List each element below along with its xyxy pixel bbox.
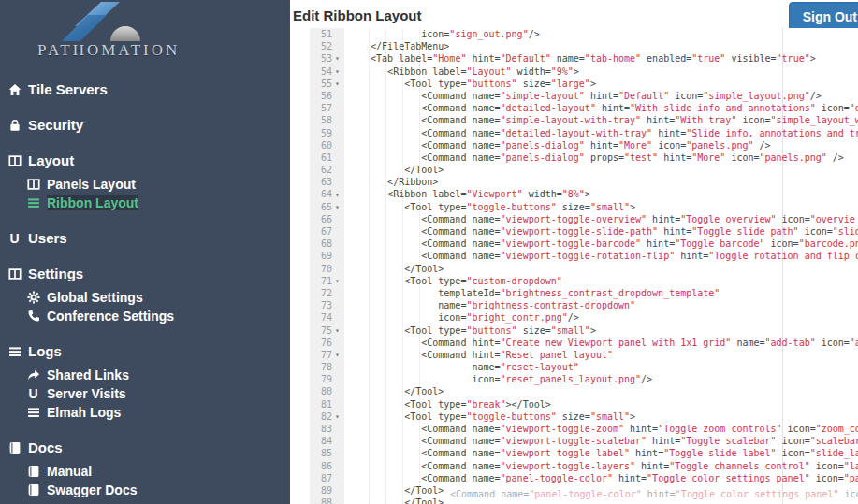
sidebar-item-manual[interactable]: Manual <box>26 464 283 479</box>
line-number-gutter[interactable]: 72 <box>310 287 344 299</box>
sidebar-item-swagger-docs[interactable]: Swagger Docs <box>26 482 283 497</box>
fold-arrow-icon[interactable]: ▾ <box>335 201 344 213</box>
code-line[interactable]: 56 <Command name="simple-layout" hint="D… <box>310 90 858 102</box>
sidebar-item-shared-links[interactable]: Shared Links <box>26 367 283 382</box>
line-number-gutter[interactable]: 56 <box>310 90 344 102</box>
code-line[interactable]: 79 icon="reset_panels_layout.png"/> <box>310 373 858 385</box>
code-line[interactable]: 57 <Command name="detailed-layout" hint=… <box>310 102 858 114</box>
sidebar-item-panels-layout[interactable]: Panels Layout <box>26 177 283 192</box>
code-line[interactable]: 51 icon="sign_out.png"/> <box>310 28 858 40</box>
line-number-gutter[interactable]: 80 <box>310 385 344 397</box>
sidebar-item-global-settings[interactable]: Global Settings <box>26 290 283 305</box>
line-number-gutter[interactable]: 74 <box>310 311 344 324</box>
line-number-gutter[interactable]: 84 <box>310 435 344 447</box>
code-line[interactable]: 61 <Command name="panels-dialog" props="… <box>310 151 858 164</box>
fold-arrow-icon[interactable]: ▾ <box>335 349 344 361</box>
fold-arrow-icon[interactable]: ▾ <box>335 65 344 78</box>
code-line[interactable]: 74 icon="bright_contr.png"/> <box>310 311 858 324</box>
fold-arrow-icon[interactable]: ▾ <box>335 78 344 90</box>
sidebar-item-ribbon-layout[interactable]: Ribbon Layout <box>26 195 283 210</box>
code-line[interactable]: 60 <Command name="panels-dialog" hint="M… <box>310 139 858 151</box>
line-number-gutter[interactable]: 89 <box>310 484 344 497</box>
line-number-gutter[interactable]: 58 <box>310 114 344 126</box>
code-line[interactable]: 89 </Tool><Command name="panel-toggle-co… <box>310 484 858 497</box>
sidebar-item-layout[interactable]: Layout <box>7 152 283 168</box>
fold-arrow-icon[interactable]: ▾ <box>335 275 344 287</box>
line-number-gutter[interactable]: 87 <box>310 472 344 484</box>
code-line[interactable]: 75▾ <Tool type="buttons" size="small"> <box>310 324 858 337</box>
sidebar-item-settings[interactable]: Settings <box>7 266 283 281</box>
code-line[interactable]: 86 <Command name="viewport-toggle-layers… <box>310 460 858 472</box>
line-number-gutter[interactable]: 65▾ <box>310 201 344 213</box>
code-line[interactable]: 55▾ <Tool type="buttons" size="large"> <box>310 78 858 90</box>
code-line[interactable]: 72 templateId="brightness_contrast_dropd… <box>310 287 858 299</box>
line-number-gutter[interactable]: 64▾ <box>310 188 344 200</box>
code-line[interactable]: 66 <Command name="viewport-toggle-overvi… <box>310 213 858 225</box>
line-number-gutter[interactable]: 75▾ <box>310 324 344 337</box>
code-line[interactable]: 70 </Tool> <box>310 263 858 275</box>
sign-out-button[interactable]: Sign Out <box>789 2 858 31</box>
line-number-gutter[interactable]: 67 <box>310 225 344 238</box>
code-line[interactable]: 54▾ <Ribbon label="Layout" width="9%"> <box>310 65 858 78</box>
line-number-gutter[interactable]: 71▾ <box>310 275 344 287</box>
code-line[interactable]: 64▾ <Ribbon label="Viewport" width="8%"> <box>310 188 858 200</box>
line-number-gutter[interactable]: 76 <box>310 337 344 349</box>
line-number-gutter[interactable]: 52 <box>310 40 344 52</box>
line-number-gutter[interactable]: 78 <box>310 361 344 373</box>
line-number-gutter[interactable]: 83 <box>310 423 344 435</box>
sidebar-item-docs[interactable]: Docs <box>7 439 283 455</box>
code-line[interactable]: 87 <Command name="panel-toggle-color" hi… <box>310 472 858 484</box>
line-number-gutter[interactable]: 59 <box>310 127 344 139</box>
sidebar-item-security[interactable]: Security <box>7 117 283 133</box>
code-line[interactable]: 84 <Command name="viewport-toggle-scaleb… <box>310 435 858 447</box>
line-number-gutter[interactable]: 68 <box>310 238 344 250</box>
code-line[interactable]: 76 <Command hint="Create new Viewport pa… <box>310 337 858 349</box>
line-number-gutter[interactable]: 77▾ <box>310 349 344 361</box>
code-line[interactable]: 78 name="reset-layout" <box>310 361 858 373</box>
sidebar-item-users[interactable]: UUsers <box>7 230 283 246</box>
code-line[interactable]: 83 <Command name="viewport-toggle-zoom" … <box>310 423 858 435</box>
line-number-gutter[interactable]: 85 <box>310 447 344 459</box>
code-line[interactable]: 71▾ <Tool type="custom-dropdown" <box>310 275 858 287</box>
fold-arrow-icon[interactable]: ▾ <box>335 52 344 65</box>
sidebar-item-elmah-logs[interactable]: Elmah Logs <box>26 405 283 420</box>
line-number-gutter[interactable]: 51 <box>310 28 344 40</box>
line-number-gutter[interactable]: 79 <box>310 373 344 385</box>
code-line[interactable]: 62 </Tool> <box>310 164 858 176</box>
sidebar-item-tile-servers[interactable]: Tile Servers <box>7 81 283 97</box>
code-line[interactable]: 63 </Ribbon> <box>310 176 858 188</box>
code-line[interactable]: 52 </FileTabMenu> <box>310 40 858 52</box>
line-number-gutter[interactable]: 62 <box>310 164 344 176</box>
sidebar-item-logs[interactable]: Logs <box>7 343 283 359</box>
line-number-gutter[interactable]: 63 <box>310 176 344 188</box>
line-number-gutter[interactable]: 53▾ <box>310 52 344 65</box>
line-number-gutter[interactable]: 82▾ <box>310 410 344 423</box>
line-number-gutter[interactable]: 60 <box>310 139 344 151</box>
line-number-gutter[interactable]: 69 <box>310 250 344 262</box>
line-number-gutter[interactable]: 81 <box>310 398 344 410</box>
code-line[interactable]: 77▾ <Command hint="Reset panel layout" <box>310 349 858 361</box>
code-line[interactable]: 69 <Command name="viewport-toggle-rotati… <box>310 250 858 262</box>
line-number-gutter[interactable]: 66 <box>310 213 344 225</box>
code-line[interactable]: 88 </Tool> <box>310 497 858 504</box>
fold-arrow-icon[interactable]: ▾ <box>335 324 344 337</box>
xml-code-editor[interactable]: 51 icon="sign_out.png"/>52 </FileTabMenu… <box>310 28 858 504</box>
code-line[interactable]: 59 <Command name="detailed-layout-with-t… <box>310 127 858 139</box>
sidebar-item-server-visits[interactable]: UServer Visits <box>26 386 283 401</box>
line-number-gutter[interactable]: 57 <box>310 102 344 114</box>
line-number-gutter[interactable]: 73 <box>310 299 344 311</box>
code-line[interactable]: 81 <Tool type="break"></Tool> <box>310 398 858 410</box>
code-line[interactable]: 73 name="brightness-contrast-dropdown" <box>310 299 858 311</box>
line-number-gutter[interactable]: 55▾ <box>310 78 344 90</box>
line-number-gutter[interactable]: 70 <box>310 263 344 275</box>
code-line[interactable]: 82▾ <Tool type="toggle-buttons" size="sm… <box>310 410 858 423</box>
code-line[interactable]: 85 <Command name="viewport-toggle-label"… <box>310 447 858 459</box>
code-line[interactable]: 68 <Command name="viewport-toggle-barcod… <box>310 238 858 250</box>
fold-arrow-icon[interactable]: ▾ <box>335 410 344 423</box>
line-number-gutter[interactable]: 61 <box>310 151 344 164</box>
fold-arrow-icon[interactable]: ▾ <box>335 189 344 201</box>
sidebar-item-conference-settings[interactable]: Conference Settings <box>26 309 283 324</box>
code-line[interactable]: 67 <Command name="viewport-toggle-slide-… <box>310 225 858 238</box>
code-line[interactable]: 53▾ <Tab label="Home" hint="Default" nam… <box>310 52 858 65</box>
code-line[interactable]: 58 <Command name="simple-layout-with-tra… <box>310 114 858 126</box>
